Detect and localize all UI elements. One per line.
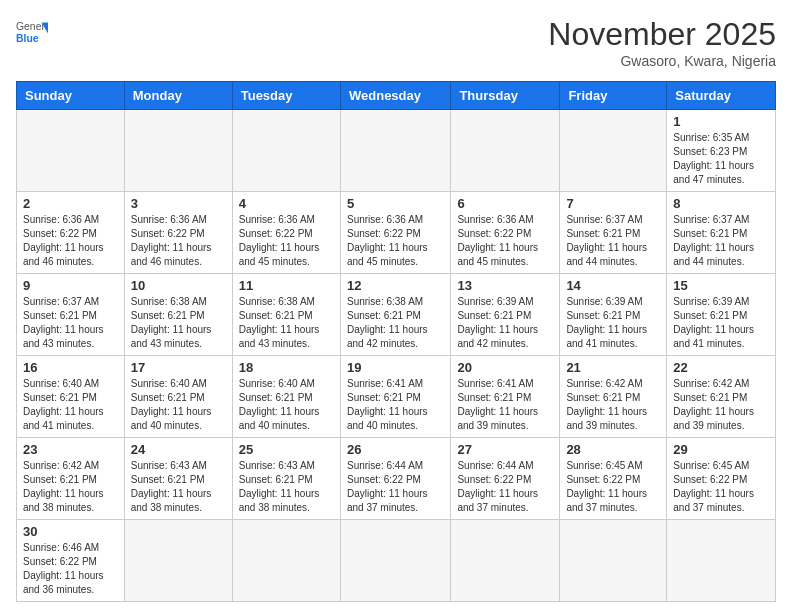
- day-cell-3: 3 Sunrise: 6:36 AM Sunset: 6:22 PM Dayli…: [124, 192, 232, 274]
- empty-cell: [232, 110, 340, 192]
- empty-cell: [340, 520, 450, 602]
- day-cell-6: 6 Sunrise: 6:36 AM Sunset: 6:22 PM Dayli…: [451, 192, 560, 274]
- day-cell-15: 15 Sunrise: 6:39 AM Sunset: 6:21 PM Dayl…: [667, 274, 776, 356]
- empty-cell: [560, 110, 667, 192]
- logo: General Blue: [16, 16, 48, 48]
- week-row-6: 30 Sunrise: 6:46 AM Sunset: 6:22 PM Dayl…: [17, 520, 776, 602]
- day-cell-10: 10 Sunrise: 6:38 AM Sunset: 6:21 PM Dayl…: [124, 274, 232, 356]
- page-header: General Blue November 2025 Gwasoro, Kwar…: [16, 16, 776, 69]
- calendar-table: Sunday Monday Tuesday Wednesday Thursday…: [16, 81, 776, 602]
- day-cell-21: 21 Sunrise: 6:42 AM Sunset: 6:21 PM Dayl…: [560, 356, 667, 438]
- empty-cell: [17, 110, 125, 192]
- day-cell-26: 26 Sunrise: 6:44 AM Sunset: 6:22 PM Dayl…: [340, 438, 450, 520]
- week-row-3: 9 Sunrise: 6:37 AM Sunset: 6:21 PM Dayli…: [17, 274, 776, 356]
- title-block: November 2025 Gwasoro, Kwara, Nigeria: [548, 16, 776, 69]
- empty-cell: [124, 110, 232, 192]
- day-cell-17: 17 Sunrise: 6:40 AM Sunset: 6:21 PM Dayl…: [124, 356, 232, 438]
- empty-cell: [451, 520, 560, 602]
- week-row-2: 2 Sunrise: 6:36 AM Sunset: 6:22 PM Dayli…: [17, 192, 776, 274]
- day-cell-23: 23 Sunrise: 6:42 AM Sunset: 6:21 PM Dayl…: [17, 438, 125, 520]
- empty-cell: [451, 110, 560, 192]
- day-cell-14: 14 Sunrise: 6:39 AM Sunset: 6:21 PM Dayl…: [560, 274, 667, 356]
- empty-cell: [340, 110, 450, 192]
- empty-cell: [124, 520, 232, 602]
- header-thursday: Thursday: [451, 82, 560, 110]
- day-cell-7: 7 Sunrise: 6:37 AM Sunset: 6:21 PM Dayli…: [560, 192, 667, 274]
- header-wednesday: Wednesday: [340, 82, 450, 110]
- day-cell-24: 24 Sunrise: 6:43 AM Sunset: 6:21 PM Dayl…: [124, 438, 232, 520]
- day-cell-18: 18 Sunrise: 6:40 AM Sunset: 6:21 PM Dayl…: [232, 356, 340, 438]
- header-sunday: Sunday: [17, 82, 125, 110]
- day-cell-12: 12 Sunrise: 6:38 AM Sunset: 6:21 PM Dayl…: [340, 274, 450, 356]
- day-cell-9: 9 Sunrise: 6:37 AM Sunset: 6:21 PM Dayli…: [17, 274, 125, 356]
- day-cell-1: 1 Sunrise: 6:35 AM Sunset: 6:23 PM Dayli…: [667, 110, 776, 192]
- day-cell-28: 28 Sunrise: 6:45 AM Sunset: 6:22 PM Dayl…: [560, 438, 667, 520]
- logo-icon: General Blue: [16, 16, 48, 48]
- day-cell-13: 13 Sunrise: 6:39 AM Sunset: 6:21 PM Dayl…: [451, 274, 560, 356]
- empty-cell: [232, 520, 340, 602]
- day-cell-29: 29 Sunrise: 6:45 AM Sunset: 6:22 PM Dayl…: [667, 438, 776, 520]
- day-cell-27: 27 Sunrise: 6:44 AM Sunset: 6:22 PM Dayl…: [451, 438, 560, 520]
- week-row-5: 23 Sunrise: 6:42 AM Sunset: 6:21 PM Dayl…: [17, 438, 776, 520]
- day-cell-19: 19 Sunrise: 6:41 AM Sunset: 6:21 PM Dayl…: [340, 356, 450, 438]
- header-tuesday: Tuesday: [232, 82, 340, 110]
- header-monday: Monday: [124, 82, 232, 110]
- day-cell-22: 22 Sunrise: 6:42 AM Sunset: 6:21 PM Dayl…: [667, 356, 776, 438]
- day-cell-8: 8 Sunrise: 6:37 AM Sunset: 6:21 PM Dayli…: [667, 192, 776, 274]
- month-title: November 2025: [548, 16, 776, 53]
- day-cell-20: 20 Sunrise: 6:41 AM Sunset: 6:21 PM Dayl…: [451, 356, 560, 438]
- day-cell-25: 25 Sunrise: 6:43 AM Sunset: 6:21 PM Dayl…: [232, 438, 340, 520]
- weekday-header-row: Sunday Monday Tuesday Wednesday Thursday…: [17, 82, 776, 110]
- week-row-1: 1 Sunrise: 6:35 AM Sunset: 6:23 PM Dayli…: [17, 110, 776, 192]
- empty-cell: [560, 520, 667, 602]
- header-saturday: Saturday: [667, 82, 776, 110]
- header-friday: Friday: [560, 82, 667, 110]
- day-cell-2: 2 Sunrise: 6:36 AM Sunset: 6:22 PM Dayli…: [17, 192, 125, 274]
- location: Gwasoro, Kwara, Nigeria: [548, 53, 776, 69]
- day-cell-5: 5 Sunrise: 6:36 AM Sunset: 6:22 PM Dayli…: [340, 192, 450, 274]
- day-cell-11: 11 Sunrise: 6:38 AM Sunset: 6:21 PM Dayl…: [232, 274, 340, 356]
- day-cell-30: 30 Sunrise: 6:46 AM Sunset: 6:22 PM Dayl…: [17, 520, 125, 602]
- week-row-4: 16 Sunrise: 6:40 AM Sunset: 6:21 PM Dayl…: [17, 356, 776, 438]
- day-cell-16: 16 Sunrise: 6:40 AM Sunset: 6:21 PM Dayl…: [17, 356, 125, 438]
- svg-text:Blue: Blue: [16, 33, 39, 44]
- empty-cell: [667, 520, 776, 602]
- day-cell-4: 4 Sunrise: 6:36 AM Sunset: 6:22 PM Dayli…: [232, 192, 340, 274]
